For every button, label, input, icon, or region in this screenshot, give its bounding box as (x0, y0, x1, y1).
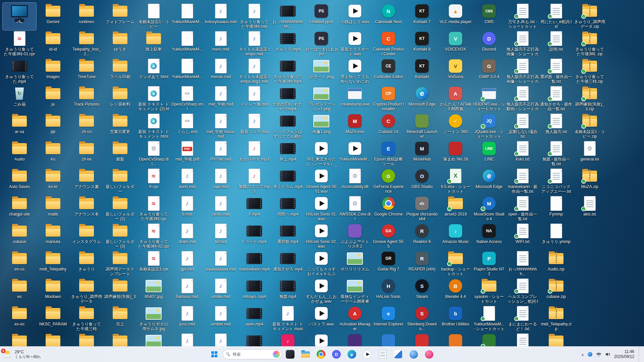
desktop-icon[interactable]: 65407.jpg (137, 278, 170, 305)
desktop-icon[interactable]: プレゼンテーション1.png (305, 85, 338, 113)
desktop-icon[interactable]: BBlender 4.4 (439, 278, 472, 305)
desktop-icon[interactable]: GGIMP 3.0.4 (472, 58, 506, 85)
taskbar-app-pink[interactable] (422, 347, 436, 361)
desktop-icon[interactable]: ✓HDDFMT.exe - ショートカット (472, 85, 506, 113)
show-desktop-button[interactable] (639, 347, 641, 362)
desktop-icon[interactable]: Mixdown (36, 278, 70, 305)
desktop-icon[interactable]: ar-sa (3, 113, 36, 140)
desktop-icon[interactable]: es-es (3, 305, 36, 333)
desktop-icon[interactable]: 筆まめ Ver.28 (439, 140, 472, 168)
desktop-icon[interactable]: ずんだもん_しおかぜぁ.wav (305, 278, 338, 305)
desktop-icon[interactable]: CMSCMS (472, 3, 506, 30)
desktop-icon[interactable]: aorin.mid (170, 168, 204, 195)
desktop-icon[interactable]: ✓ノートン 360 (439, 113, 472, 140)
desktop-icon[interactable]: LINELINE (472, 140, 506, 168)
taskbar-edge[interactable]: e (345, 347, 359, 361)
desktop-icon[interactable]: YukkuriMovieM... (170, 58, 204, 85)
desktop-icon[interactable]: 新規 テキスト ドキュメント.html (137, 113, 170, 140)
desktop-icon[interactable]: umibet.mid (204, 305, 237, 333)
taskbar-app-blue-sphere[interactable] (407, 347, 421, 361)
desktop-icon[interactable]: インスタグラム (70, 223, 103, 250)
desktop-icon[interactable]: YukkuriMovieM... (170, 3, 204, 30)
desktop-icon[interactable]: 調声用データテンプレート (103, 250, 137, 278)
desktop-icon[interactable]: ✓万引きJKも.txt - ショートカット (506, 3, 539, 30)
desktop-icon[interactable]: HHALion Sonic (372, 278, 405, 305)
desktop-icon[interactable]: mid_学校.mid (204, 85, 237, 113)
desktop-icon[interactable]: ポリリリリズム (338, 250, 372, 278)
desktop-icon[interactable]: GRGuitar Rig 7 (372, 250, 405, 278)
desktop-icon[interactable]: Groove Agent SE 01.wav (305, 168, 338, 195)
desktop-icon[interactable]: bBrother Utilities (439, 305, 472, 333)
desktop-icon[interactable]: MMoZA.exe (338, 113, 372, 140)
taskbar-file-explorer[interactable] (299, 347, 313, 361)
desktop-icon[interactable]: ✓ヘルスコンプレッション＿歌詞.txt (506, 278, 539, 305)
desktop-icon[interactable]: きゅうり食ってた午後3時-02.cpr (137, 223, 170, 250)
desktop-icon[interactable]: ✓無人販売不正行為画像 - ショートカット (506, 58, 539, 85)
desktop-icon[interactable]: ラベル印刷 (103, 58, 137, 85)
desktop-icon[interactable]: id-id (36, 30, 70, 58)
desktop-icon[interactable]: mid_学校.pdf (170, 140, 204, 168)
desktop-icon[interactable]: 営業日変更 (103, 113, 137, 140)
desktop-icon[interactable]: mid_学校 musa.mid (204, 113, 237, 140)
desktop-icon[interactable]: 画像1.png (305, 113, 338, 140)
desktop-icon[interactable]: ✓ksks.txt (506, 140, 539, 168)
desktop-icon[interactable]: RReaktor 6 (405, 223, 439, 250)
desktop-icon[interactable]: 通知させろ.mp4 (271, 250, 305, 278)
desktop-icon[interactable]: ✓きゅうり食ってた午後3時 .zip (573, 30, 606, 58)
desktop-icon[interactable]: PSおーばーまにあ.ppsf (305, 30, 338, 58)
desktop-icon[interactable]: 小銭ほじり.wav (338, 3, 372, 30)
desktop-icon[interactable]: KTKontakt 7 (405, 3, 439, 30)
desktop-icon[interactable]: maniuta (36, 223, 70, 250)
desktop-icon[interactable]: 答え知ってても知らないわこれい.wav (338, 58, 372, 85)
desktop-icon[interactable]: GAGroove Agent SE 5 (372, 223, 405, 250)
desktop-icon[interactable]: Audio.zip (539, 250, 573, 278)
desktop-icon[interactable]: ✓選択肢 - 親作品一覧.txt (539, 58, 573, 85)
desktop-icon[interactable]: こってもｈｄすおｆｄｓｂらぶぁ.wav (305, 250, 338, 278)
desktop-icon[interactable]: メドレー風.mid (237, 85, 271, 113)
desktop-icon[interactable]: 調声練習(失敗)_3 (103, 278, 137, 305)
desktop-icon[interactable]: きゅうり.ymmp (539, 223, 573, 250)
desktop-icon[interactable]: PPiapro Studio NT2 (472, 250, 506, 278)
desktop-icon[interactable]: GGeForce Experience (372, 168, 405, 195)
desktop-icon[interactable]: NCakewalk Next (372, 3, 405, 30)
desktop-icon[interactable]: くらし.xml (170, 113, 204, 140)
desktop-icon[interactable]: NKSC_PARAM (36, 305, 70, 333)
desktop-icon[interactable]: ぷよぷよ™テトリス® 2 (338, 223, 372, 250)
desktop-icon[interactable]: Microsoft Edge (472, 168, 506, 195)
desktop-icon[interactable]: パストラ.wav (305, 305, 338, 333)
taskbar-app-blue-doc[interactable] (391, 347, 405, 361)
desktop-icon[interactable]: がるーく.png (305, 58, 338, 85)
desktop-icon[interactable]: ✓_起動しない場合.txt (506, 113, 539, 140)
desktop-icon[interactable]: midi_Telepathy (36, 250, 70, 278)
desktop-icon[interactable]: jusu.mid (170, 305, 204, 333)
desktop-icon[interactable]: M✓MuseScore Studio 4 (472, 195, 506, 223)
desktop-icon[interactable]: JQ✓JQuake.exe - ショートカット (472, 113, 506, 140)
desktop-icon[interactable]: 新しいフォルダー (103, 168, 137, 195)
desktop-icon[interactable]: rajio.mid (204, 168, 237, 195)
chevron-up-icon[interactable]: ∧ (581, 353, 584, 357)
desktop-icon[interactable]: cubase (3, 223, 36, 250)
desktop-icon[interactable]: テンポあて.html (137, 58, 170, 85)
tray-status-icon[interactable] (588, 352, 592, 357)
desktop-icon[interactable]: uaaaaaaaaa.mid (204, 250, 237, 278)
desktop-icon[interactable]: 最新 (103, 140, 137, 168)
taskbar-app-dark[interactable] (283, 347, 297, 361)
desktop-icon[interactable]: MMuseHub (405, 140, 439, 168)
desktop-icon[interactable]: b.mid (170, 195, 204, 223)
desktop-icon[interactable]: HALion Sonic 01.wav (305, 195, 338, 223)
desktop-icon[interactable]: ✓open - 親作品一覧.txt (506, 195, 539, 223)
search-box[interactable]: 検索 (223, 349, 282, 359)
desktop-icon[interactable]: Accessibility.dll (338, 168, 372, 195)
desktop-icon[interactable]: 新しいフォルダー (2) (103, 195, 137, 223)
desktop-icon[interactable]: EEpson 接続診断ツール (372, 140, 405, 168)
desktop-icon[interactable]: PSUntitled.ppsf (305, 3, 338, 30)
desktop-icon[interactable]: ゆうき (103, 30, 137, 58)
desktop-icon[interactable]: 名称未設定1 - コピー (137, 3, 170, 30)
desktop-icon[interactable]: ヘッドフォンはずしてても聞かてum4 (271, 113, 305, 140)
desktop-icon[interactable]: gpt.mid (170, 250, 204, 278)
desktop-icon[interactable]: きゅうり食ってた午後3時-01.cpr (3, 30, 36, 58)
desktop-icon[interactable]: 井上.mp4 (271, 140, 305, 168)
desktop-icon[interactable]: sfzPlogue sforzando x64 (405, 195, 439, 223)
desktop-icon[interactable]: SSteam (405, 278, 439, 305)
desktop-icon[interactable]: きゅうり (70, 250, 103, 278)
